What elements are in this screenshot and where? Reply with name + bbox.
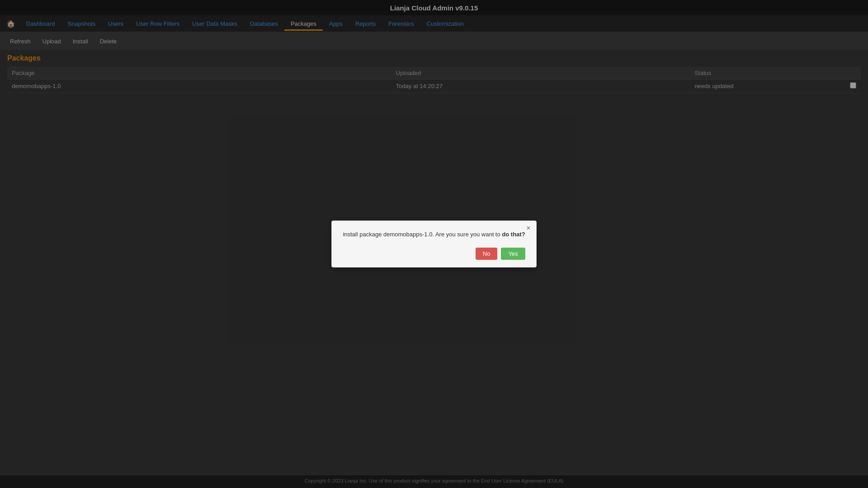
modal-no-button[interactable]: No [476,248,498,260]
modal-dialog: × install package demomobapps-1.0. Are y… [331,221,536,268]
modal-yes-button[interactable]: Yes [501,248,525,260]
modal-message: install package demomobapps-1.0. Are you… [343,230,525,239]
modal-overlay: × install package demomobapps-1.0. Are y… [0,0,868,488]
modal-buttons: No Yes [343,248,525,260]
modal-highlight: do that? [502,231,525,238]
modal-close-button[interactable]: × [526,225,530,232]
